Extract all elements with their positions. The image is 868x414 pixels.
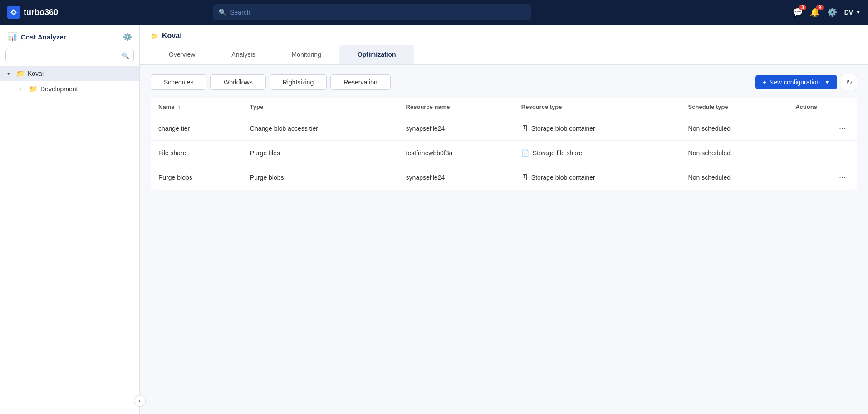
row3-schedule-type: Non scheduled: [681, 165, 789, 190]
cost-analyzer-icon: 📊: [7, 32, 17, 42]
tab-overview-label: Overview: [169, 51, 195, 58]
sub-tab-rightsizing[interactable]: Rightsizing: [270, 74, 327, 90]
tab-analysis[interactable]: Analysis: [213, 45, 273, 64]
sub-tab-reservation[interactable]: Reservation: [330, 74, 391, 90]
row3-resource-type-label: Storage blob container: [531, 174, 595, 181]
row1-actions-cell: ···: [788, 116, 857, 141]
content-header: 📁 Kovai Overview Analysis Monitoring Opt…: [140, 25, 868, 65]
row1-actions-button[interactable]: ···: [835, 123, 849, 134]
tab-analysis-label: Analysis: [231, 51, 255, 58]
user-initials: DV: [844, 9, 853, 16]
col-header-resource-name: Resource name: [399, 98, 514, 116]
refresh-button[interactable]: ↻: [841, 74, 857, 90]
sidebar-gear-icon: ⚙️: [123, 33, 132, 41]
brand-name: turbo360: [24, 8, 58, 17]
chevron-right-icon: ›: [20, 86, 26, 92]
sidebar-item-development-label: Development: [40, 85, 78, 93]
row1-resource-type-label: Storage blob container: [531, 125, 595, 132]
brand-icon: [7, 6, 20, 19]
user-avatar[interactable]: DV ▼: [844, 9, 861, 16]
table-body: change tier Change blob access tier syna…: [151, 116, 857, 190]
sidebar-item-kovai-label: Kovai: [28, 70, 44, 77]
row1-resource-name: synapsefile24: [399, 116, 514, 141]
row2-resource-name: testfnnewbb0f3a: [399, 141, 514, 165]
sidebar-header: 📊 Cost Analyzer ⚙️: [0, 25, 139, 45]
search-input[interactable]: [230, 9, 525, 16]
row1-name: change tier: [151, 116, 243, 141]
settings-button[interactable]: ⚙️: [827, 7, 837, 17]
row2-actions-cell: ···: [788, 141, 857, 165]
new-config-plus-icon: +: [763, 79, 766, 86]
col-actions-label: Actions: [795, 104, 817, 110]
sub-tab-workflows-label: Workflows: [223, 79, 252, 86]
sub-tab-rightsizing-label: Rightsizing: [283, 79, 314, 86]
table-header-row: Name ↑ Type Resource name Resource type: [151, 98, 857, 116]
messages-badge: 3: [799, 5, 806, 10]
sub-tab-reservation-label: Reservation: [343, 79, 378, 86]
sub-tab-schedules[interactable]: Schedules: [151, 74, 206, 90]
sidebar-item-kovai[interactable]: ▾ 📁 Kovai: [0, 66, 139, 81]
collapse-icon: ‹: [139, 398, 141, 404]
table-row: File share Purge files testfnnewbb0f3a 📄…: [151, 141, 857, 165]
notifications-button[interactable]: 🔔 9: [810, 7, 820, 17]
sub-tabs-row: Schedules Workflows Rightsizing Reservat…: [151, 74, 857, 90]
search-icon: 🔍: [219, 9, 226, 16]
messages-button[interactable]: 💬 3: [793, 7, 803, 17]
row1-schedule-type: Non scheduled: [681, 116, 789, 141]
row3-resource-type: 🗄 Storage blob container: [514, 165, 681, 190]
sidebar-item-development[interactable]: › 📁 Development: [0, 81, 139, 97]
content-area: 📁 Kovai Overview Analysis Monitoring Opt…: [140, 25, 868, 414]
new-configuration-button[interactable]: + New configuration ▼: [755, 75, 837, 89]
sidebar-title: 📊 Cost Analyzer: [7, 32, 66, 42]
nav-icons: 💬 3 🔔 9 ⚙️ DV ▼: [793, 7, 861, 17]
col-header-schedule-type: Schedule type: [681, 98, 789, 116]
row3-name: Purge blobs: [151, 165, 243, 190]
main-tabs: Overview Analysis Monitoring Optimizatio…: [151, 45, 857, 64]
col-header-resource-type: Resource type: [514, 98, 681, 116]
breadcrumb-folder-icon: 📁: [151, 32, 158, 39]
sub-tab-schedules-label: Schedules: [164, 79, 193, 86]
col-type-label: Type: [250, 104, 263, 110]
row1-type: Change blob access tier: [243, 116, 399, 141]
brand-logo[interactable]: turbo360: [7, 6, 80, 19]
col-header-type: Type: [243, 98, 399, 116]
sort-asc-icon: ↑: [178, 104, 181, 110]
folder-icon-development: 📁: [29, 85, 38, 93]
chevron-down-icon: ▼: [856, 10, 861, 15]
row1-resource-icon: 🗄: [521, 125, 528, 132]
row2-resource-type-label: Storage file share: [533, 149, 583, 157]
tab-monitoring-label: Monitoring: [292, 51, 321, 58]
row3-resource-name: synapsefile24: [399, 165, 514, 190]
col-resource-name-label: Resource name: [406, 104, 450, 110]
row2-actions-button[interactable]: ···: [835, 147, 849, 158]
sub-content: Schedules Workflows Rightsizing Reservat…: [140, 65, 868, 414]
row3-type: Purge blobs: [243, 165, 399, 190]
row2-resource-type: 📄 Storage file share: [514, 141, 681, 165]
sidebar: 📊 Cost Analyzer ⚙️ 🔍 ▾ 📁 Kovai › 📁 Devel…: [0, 25, 140, 414]
gear-icon: ⚙️: [827, 8, 837, 17]
breadcrumb: 📁 Kovai: [151, 32, 857, 45]
search-bar[interactable]: 🔍: [213, 4, 531, 20]
row2-schedule-type: Non scheduled: [681, 141, 789, 165]
table-header: Name ↑ Type Resource name Resource type: [151, 98, 857, 116]
tab-optimization-label: Optimization: [358, 51, 396, 58]
chevron-down-icon: ▼: [824, 79, 830, 85]
col-header-name: Name ↑: [151, 98, 243, 116]
sidebar-collapse-button[interactable]: ‹: [134, 395, 146, 407]
sidebar-settings-button[interactable]: ⚙️: [123, 33, 132, 41]
col-header-actions: Actions: [788, 98, 857, 116]
schedules-table: Name ↑ Type Resource name Resource type: [151, 98, 857, 190]
main-layout: 📊 Cost Analyzer ⚙️ 🔍 ▾ 📁 Kovai › 📁 Devel…: [0, 25, 868, 414]
notifications-badge: 9: [816, 5, 824, 10]
refresh-icon: ↻: [846, 78, 852, 87]
breadcrumb-label: Kovai: [162, 32, 182, 40]
tab-monitoring[interactable]: Monitoring: [274, 45, 339, 64]
sub-tab-workflows[interactable]: Workflows: [210, 74, 265, 90]
row2-resource-icon: 📄: [521, 149, 529, 157]
sidebar-search-input[interactable]: [5, 49, 134, 62]
row3-actions-button[interactable]: ···: [835, 172, 849, 183]
tab-optimization[interactable]: Optimization: [339, 45, 414, 64]
col-name-label: Name: [158, 104, 174, 110]
row2-type: Purge files: [243, 141, 399, 165]
tab-overview[interactable]: Overview: [151, 45, 213, 64]
